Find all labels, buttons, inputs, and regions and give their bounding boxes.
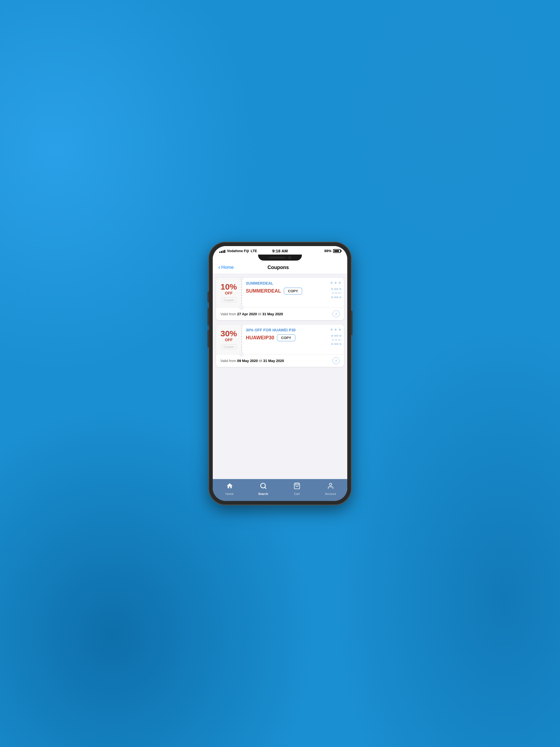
coupon-1-title: SUMMERDEAL — [246, 281, 340, 285]
coupon-card-2: 30% OFF Coupon 30% OFF FOR HUAWEI P30 HU… — [216, 325, 344, 367]
tab-bar: Home Search — [213, 479, 347, 501]
back-button[interactable]: ‹ Home — [218, 264, 234, 271]
power-button — [351, 311, 353, 335]
front-camera — [288, 256, 291, 259]
status-left: Vodafone Fiji LTE — [219, 249, 257, 253]
status-bar: Vodafone Fiji LTE 9:18 AM 88% — [213, 246, 347, 255]
tab-account[interactable]: Account — [314, 481, 347, 496]
tab-cart-label: Cart — [294, 492, 300, 495]
coupon-1-stub-label: Coupon — [221, 298, 236, 302]
coupon-2-deco-row-2: ◆◇◆◇◆◇ — [330, 338, 342, 341]
battery-body — [333, 249, 341, 253]
battery-indicator — [333, 249, 341, 253]
coupon-content-1: SUMMERDEAL SUMMERDEAL COPY ✦✦✦ ▶ ▶▶ — [242, 278, 344, 307]
phone-wrapper: Vodafone Fiji LTE 9:18 AM 88% — [209, 242, 351, 505]
signal-bar-1 — [219, 252, 221, 253]
search-icon — [260, 482, 267, 491]
scroll-content: 10% OFF Coupon SUMMERDEAL SUMMERDEAL COP… — [213, 274, 347, 479]
coupon-1-deco-row-3: ▶ ▶▶ ▶ — [330, 295, 342, 299]
status-right: 88% — [324, 249, 341, 253]
svg-point-3 — [329, 483, 332, 486]
coupon-content-2: 30% OFF FOR HUAWEI P30 HUAWEIP30 COPY ✦✦… — [242, 325, 344, 354]
coupon-2-code-row: HUAWEIP30 COPY — [246, 334, 340, 341]
nav-header: ‹ Home Coupons — [213, 262, 347, 274]
coupon-2-deco-row-3: ▶ ▶▶ ▶ — [330, 342, 342, 345]
coupon-2-copy-button[interactable]: COPY — [277, 334, 295, 341]
page-title: Coupons — [234, 265, 323, 271]
coupon-2-title: 30% OFF FOR HUAWEI P30 — [246, 328, 340, 332]
coupon-main-1: 10% OFF Coupon SUMMERDEAL SUMMERDEAL COP… — [216, 278, 344, 307]
speaker — [269, 257, 285, 258]
back-chevron-icon: ‹ — [218, 264, 220, 271]
notch — [258, 255, 302, 261]
coupon-2-stub-label: Coupon — [221, 344, 236, 349]
battery-percent: 88% — [324, 249, 331, 253]
signal-bar-3 — [223, 251, 224, 253]
coupon-2-code: HUAWEIP30 — [246, 335, 274, 341]
coupon-footer-2: Valid from 09 May 2020 till 31 May 2020 … — [216, 354, 344, 367]
signal-bars — [219, 249, 225, 253]
volume-mute-button — [207, 291, 209, 302]
coupon-2-decoration: ✦✦✦ ▶ ▶▶ ▶ ◆◇◆◇◆◇ ▶ — [330, 327, 342, 345]
coupon-2-info-button[interactable]: i — [332, 357, 339, 364]
home-icon — [226, 482, 233, 491]
tab-search-label: Search — [258, 492, 268, 495]
coupon-stub-2: 30% OFF Coupon — [216, 325, 242, 354]
tab-cart[interactable]: Cart — [280, 481, 314, 496]
signal-bar-4 — [224, 250, 225, 253]
phone-screen: Vodafone Fiji LTE 9:18 AM 88% — [213, 246, 347, 501]
account-icon — [327, 482, 334, 491]
volume-up-button — [207, 308, 209, 326]
coupon-1-info-button[interactable]: i — [332, 310, 339, 317]
coupon-1-discount-pct: 10% — [221, 283, 237, 291]
coupon-2-till: 31 May 2020 — [263, 359, 284, 363]
signal-bar-2 — [221, 251, 222, 253]
volume-down-button — [207, 330, 209, 347]
coupon-1-deco-row-2: ◆◇◆◇◆◇ — [330, 292, 342, 294]
coupon-card-1: 10% OFF Coupon SUMMERDEAL SUMMERDEAL COP… — [216, 278, 344, 320]
coupon-1-discount-off: OFF — [225, 291, 233, 295]
tab-search[interactable]: Search — [246, 481, 280, 496]
coupon-2-discount-off: OFF — [225, 338, 233, 342]
carrier-name: Vodafone Fiji — [227, 249, 249, 253]
coupon-footer-1: Valid from 27 Apr 2020 till 31 May 2020 … — [216, 307, 344, 320]
coupon-1-code: SUMMERDEAL — [246, 288, 281, 294]
coupon-main-2: 30% OFF Coupon 30% OFF FOR HUAWEI P30 HU… — [216, 325, 344, 354]
coupon-1-code-row: SUMMERDEAL COPY — [246, 288, 340, 294]
coupon-1-validity: Valid from 27 Apr 2020 till 31 May 2020 — [221, 312, 283, 316]
coupon-1-decoration: ✦✦✦ ▶ ▶▶ ▶ ◆◇◆◇◆◇ ▶ — [330, 280, 342, 299]
battery-fill — [334, 250, 339, 252]
network-type: LTE — [251, 249, 257, 253]
coupon-2-deco-row-1: ▶ ▶▶ ▶ — [330, 334, 342, 337]
status-time: 9:18 AM — [272, 249, 288, 253]
coupon-1-deco-row-1: ▶ ▶▶ ▶ — [330, 287, 342, 291]
coupon-2-from: 09 May 2020 — [237, 359, 258, 363]
svg-line-1 — [265, 487, 266, 489]
coupon-2-discount-pct: 30% — [221, 330, 237, 338]
coupon-1-copy-button[interactable]: COPY — [284, 288, 302, 294]
coupon-stub-1: 10% OFF Coupon — [216, 278, 242, 307]
cart-icon — [294, 482, 301, 491]
coupon-1-till: 31 May 2020 — [262, 312, 283, 316]
tab-home-label: Home — [226, 492, 233, 495]
back-label: Home — [221, 265, 233, 270]
coupon-2-validity: Valid from 09 May 2020 till 31 May 2020 — [221, 359, 284, 363]
tab-account-label: Account — [325, 492, 336, 495]
coupon-1-from: 27 Apr 2020 — [237, 312, 257, 316]
phone-frame: Vodafone Fiji LTE 9:18 AM 88% — [209, 242, 351, 505]
coupon-1-deco-splash: ✦✦✦ — [330, 280, 342, 286]
coupon-2-deco-splash: ✦✦✦ — [330, 327, 342, 333]
tab-home[interactable]: Home — [213, 481, 246, 496]
notch-area — [213, 255, 347, 262]
